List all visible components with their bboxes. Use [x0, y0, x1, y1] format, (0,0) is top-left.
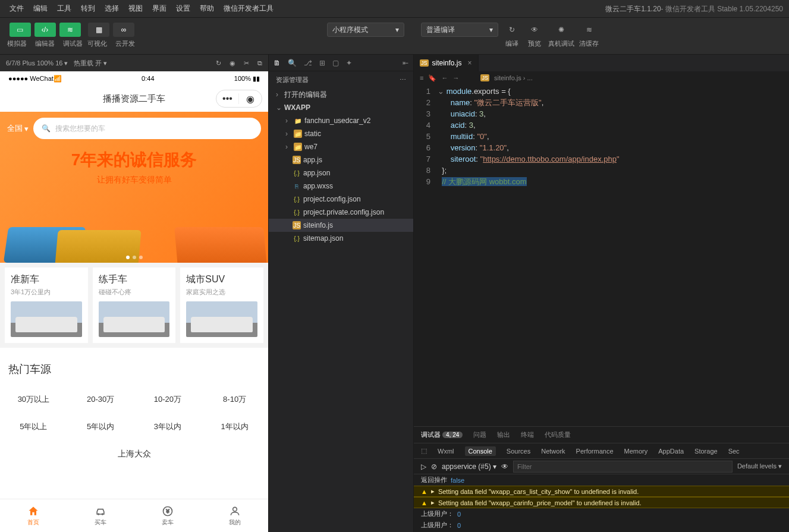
menu-settings[interactable]: 设置 — [171, 4, 195, 14]
breadcrumb[interactable]: siteinfo.js › ... — [494, 74, 533, 81]
mode-select[interactable]: 小程序模式▾ — [327, 23, 404, 37]
filter-item[interactable]: 8-10万 — [201, 386, 268, 413]
debug-tab[interactable]: 问题 — [473, 430, 486, 439]
devtool-tab[interactable]: Memory — [624, 448, 648, 455]
debug-tab[interactable]: 输出 — [497, 430, 510, 439]
location-picker[interactable]: 全国▾ — [7, 123, 29, 134]
popout-icon[interactable]: ⧉ — [257, 59, 262, 67]
clear-cache-icon[interactable]: ≋ — [580, 23, 598, 37]
clear-icon[interactable]: ⊘ — [431, 462, 437, 471]
bookmark-icon[interactable]: 🔖 — [428, 74, 436, 82]
search-icon[interactable]: 🔍 — [288, 59, 297, 67]
debug-tab[interactable]: 代码质量 — [545, 430, 571, 439]
simulator-toggle[interactable]: ▭ — [10, 23, 31, 37]
tree-open-editors[interactable]: ›打开的编辑器 — [269, 88, 413, 101]
editor-toggle[interactable]: ‹/› — [34, 23, 56, 37]
levels-select[interactable]: Default levels ▾ — [737, 462, 782, 470]
brand-item[interactable]: 上海大众 — [0, 440, 268, 468]
tab-me[interactable]: 我的 — [201, 499, 268, 532]
compile-select[interactable]: 普通编译▾ — [421, 23, 498, 37]
tree-folder[interactable]: ›📁static — [269, 127, 413, 140]
menu-goto[interactable]: 转到 — [76, 4, 100, 14]
filter-item[interactable]: 5年以上 — [0, 413, 67, 440]
carousel-dots[interactable] — [126, 256, 143, 259]
record-icon[interactable]: ◉ — [230, 59, 235, 67]
menu-edit[interactable]: 编辑 — [29, 4, 52, 14]
tab-home[interactable]: 首页 — [0, 499, 67, 532]
menu-view[interactable]: 视图 — [124, 4, 147, 14]
tree-file[interactable]: {.}app.json — [269, 166, 413, 180]
devtool-tab[interactable]: Performance — [576, 448, 614, 455]
debug-tab[interactable]: 调试器 4, 24 — [421, 430, 463, 439]
files-icon[interactable]: 🗎 — [274, 59, 281, 67]
tree-root[interactable]: ⌄WXAPP — [269, 101, 413, 114]
more-icon[interactable]: ••• — [216, 93, 239, 104]
menu-file[interactable]: 文件 — [5, 4, 29, 14]
debug-tab[interactable]: 终端 — [521, 430, 534, 439]
category-card[interactable]: 城市SUV家庭实用之选 — [180, 267, 263, 343]
context-select[interactable]: appservice (#5) ▾ — [442, 462, 496, 471]
tree-file[interactable]: JSapp.js — [269, 153, 413, 166]
close-icon[interactable]: × — [468, 59, 472, 67]
menu-wxdevtools[interactable]: 微信开发者工具 — [219, 4, 278, 14]
more-icon[interactable]: ⋯ — [400, 76, 406, 84]
tree-folder[interactable]: ›📁fanchun_usedcar_v2 — [269, 114, 413, 127]
tree-file[interactable]: {.}project.config.json — [269, 193, 413, 206]
tab-buy[interactable]: 买车 — [67, 499, 134, 532]
devtool-tab[interactable]: Sec — [728, 448, 740, 455]
inspect-icon[interactable]: ⬚ — [421, 447, 427, 455]
tree-file[interactable]: ⎘app.wxss — [269, 180, 413, 193]
devtool-tab[interactable]: Console — [465, 446, 496, 456]
preview-icon[interactable]: 👁 — [526, 23, 543, 37]
hero-banner[interactable]: 全国▾ 🔍搜索您想要的车 7年来的诚信服务 让拥有好车变得简单 — [0, 112, 268, 263]
search-input[interactable]: 🔍搜索您想要的车 — [33, 118, 261, 139]
tab-sell[interactable]: ¥卖车 — [134, 499, 202, 532]
category-card[interactable]: 准新车3年1万公里内 — [5, 267, 88, 343]
tree-file[interactable]: {.}sitemap.json — [269, 232, 413, 245]
compile-icon[interactable]: ↻ — [503, 23, 521, 37]
cloud-toggle[interactable]: ∞ — [113, 23, 134, 37]
tree-file-selected[interactable]: JSsiteinfo.js — [269, 219, 413, 232]
menu-select[interactable]: 选择 — [100, 4, 124, 14]
code-editor[interactable]: 123456789 ⌄ module.exports = { name: "微云… — [414, 84, 789, 426]
filter-item[interactable]: 30万以上 — [0, 386, 67, 413]
back-icon[interactable]: ← — [441, 74, 448, 81]
toolbar-icon[interactable]: ≡ — [420, 74, 423, 81]
refresh-icon[interactable]: ↻ — [216, 59, 221, 67]
devtool-tab[interactable]: Sources — [507, 448, 530, 455]
box-icon[interactable]: ▢ — [332, 59, 339, 67]
menu-help[interactable]: 帮助 — [195, 4, 219, 14]
filter-input[interactable] — [513, 461, 733, 473]
device-label[interactable]: 6/7/8 Plus 100% 16 — [6, 59, 62, 67]
devtool-tab[interactable]: Wxml — [438, 448, 454, 455]
capsule[interactable]: •••◉ — [216, 90, 262, 108]
remote-debug-icon[interactable]: ✺ — [552, 23, 570, 37]
menu-interface[interactable]: 界面 — [147, 4, 171, 14]
grid-icon[interactable]: ⊞ — [319, 59, 325, 67]
filter-item[interactable]: 1年以内 — [201, 413, 268, 440]
branch-icon[interactable]: ⎇ — [304, 59, 312, 67]
category-card[interactable]: 练手车碰碰不心疼 — [93, 267, 176, 343]
ext-icon[interactable]: ✦ — [346, 59, 352, 67]
close-icon[interactable]: ◉ — [239, 93, 262, 105]
filter-item[interactable]: 5年以内 — [67, 413, 134, 440]
visual-toggle[interactable]: ▦ — [88, 23, 109, 37]
filter-item[interactable]: 20-30万 — [67, 386, 134, 413]
filter-item[interactable]: 10-20万 — [134, 386, 202, 413]
menu-tools[interactable]: 工具 — [52, 4, 76, 14]
devtool-tab[interactable]: Storage — [694, 448, 718, 455]
eye-icon[interactable]: 👁 — [501, 462, 508, 471]
tree-folder[interactable]: ›📁we7 — [269, 140, 413, 153]
play-icon[interactable]: ▷ — [421, 462, 426, 471]
console-output[interactable]: 返回操作 false ▲▸Setting data field "wxapp_c… — [414, 474, 789, 532]
devtool-tab[interactable]: AppData — [658, 448, 684, 455]
debugger-toggle[interactable]: ≋ — [59, 23, 81, 37]
forward-icon[interactable]: → — [452, 74, 459, 81]
hotreload-toggle[interactable]: 热重载 开 — [74, 59, 102, 67]
filter-item[interactable]: 3年以内 — [134, 413, 202, 440]
tree-file[interactable]: {.}project.private.config.json — [269, 206, 413, 219]
cut-icon[interactable]: ✂ — [244, 59, 249, 67]
collapse-icon[interactable]: ⇤ — [403, 59, 408, 67]
editor-tab[interactable]: JSsiteinfo.js× — [414, 55, 479, 71]
devtool-tab[interactable]: Network — [541, 448, 565, 455]
